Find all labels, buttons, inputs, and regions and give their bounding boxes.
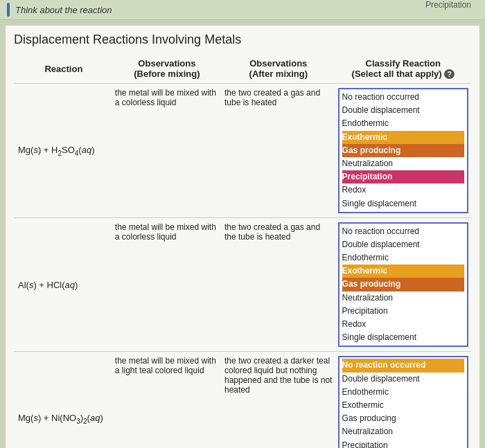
classify-option-1-5[interactable]: Neutralization <box>342 292 464 305</box>
obs-after-cell-2: the two created a darker teal colored li… <box>222 352 335 448</box>
classify-option-2-4[interactable]: Gas producing <box>342 412 464 425</box>
accent-bar <box>7 3 10 17</box>
classify-option-2-3[interactable]: Exothermic <box>342 399 464 412</box>
classify-option-1-3[interactable]: Exothermic <box>342 265 464 278</box>
classify-option-2-1[interactable]: Double displacement <box>342 373 464 386</box>
table-row: Mg(s) + H2SO4(aq)the metal will be mixed… <box>14 84 471 218</box>
classify-option-1-8[interactable]: Single displacement <box>342 331 464 344</box>
table-row: Al(s) + HCl(aq)the metal will be mixed w… <box>14 217 471 352</box>
classify-option-2-5[interactable]: Neutralization <box>342 425 464 438</box>
classify-option-0-6[interactable]: Precipitation <box>342 170 464 183</box>
obs-after-cell-1: the two created a gas and the tube is he… <box>222 217 335 352</box>
top-bar: Think about the reaction <box>0 0 485 20</box>
classify-cell-0: No reaction occurredDouble displacementE… <box>335 84 471 218</box>
header-reaction: Reaction <box>14 54 112 84</box>
info-icon[interactable]: ? <box>444 69 455 79</box>
header-obs-after: Observations(After mixing) <box>222 54 335 84</box>
reactions-table: Reaction Observations(Before mixing) Obs… <box>14 54 471 448</box>
classify-option-0-7[interactable]: Redox <box>342 183 464 197</box>
obs-before-cell-0: the metal will be mixed with a colorless… <box>112 84 222 218</box>
obs-before-cell-1: the metal will be mixed with a colorless… <box>112 217 222 352</box>
classify-option-1-2[interactable]: Endothermic <box>342 251 464 265</box>
think-label: Think about the reaction <box>15 5 112 15</box>
classify-option-1-6[interactable]: Precipitation <box>342 305 464 318</box>
classify-option-1-4[interactable]: Gas producing <box>342 278 464 291</box>
classify-option-0-0[interactable]: No reaction occurred <box>342 91 464 104</box>
classify-option-2-0[interactable]: No reaction occurred <box>342 359 464 372</box>
classify-option-0-3[interactable]: Exothermic <box>342 131 464 144</box>
classify-option-0-2[interactable]: Endothermic <box>342 117 464 130</box>
table-row: Mg(s) + Ni(NO3)2(aq)the metal will be mi… <box>14 352 471 448</box>
classify-option-0-8[interactable]: Single displacement <box>342 197 464 210</box>
header-obs-before: Observations(Before mixing) <box>112 54 222 84</box>
obs-after-cell-0: the two created a gas and tube is heated <box>222 84 335 218</box>
classify-option-1-0[interactable]: No reaction occurred <box>342 225 464 238</box>
main-container: Displacement Reactions Involving Metals … <box>6 26 479 448</box>
classify-option-0-5[interactable]: Neutralization <box>342 157 464 170</box>
header-classify: Classify Reaction(Select all that apply)… <box>335 54 471 84</box>
classify-cell-1: No reaction occurredDouble displacementE… <box>335 217 471 352</box>
page-title: Displacement Reactions Involving Metals <box>14 33 471 47</box>
classify-option-1-1[interactable]: Double displacement <box>342 238 464 251</box>
reaction-cell-2: Mg(s) + Ni(NO3)2(aq) <box>14 352 112 448</box>
classify-option-0-1[interactable]: Double displacement <box>342 104 464 117</box>
classify-cell-2: No reaction occurredDouble displacementE… <box>335 352 471 448</box>
classify-option-2-2[interactable]: Endothermic <box>342 386 464 399</box>
precipitation-label: Precipitation <box>425 0 471 10</box>
classify-option-1-7[interactable]: Redox <box>342 318 464 331</box>
classify-option-2-6[interactable]: Precipitation <box>342 439 464 449</box>
classify-option-0-4[interactable]: Gas producing <box>342 144 464 157</box>
reaction-cell-1: Al(s) + HCl(aq) <box>14 217 112 352</box>
reaction-cell-0: Mg(s) + H2SO4(aq) <box>14 84 112 218</box>
obs-before-cell-2: the metal will be mixed with a light tea… <box>112 352 222 448</box>
